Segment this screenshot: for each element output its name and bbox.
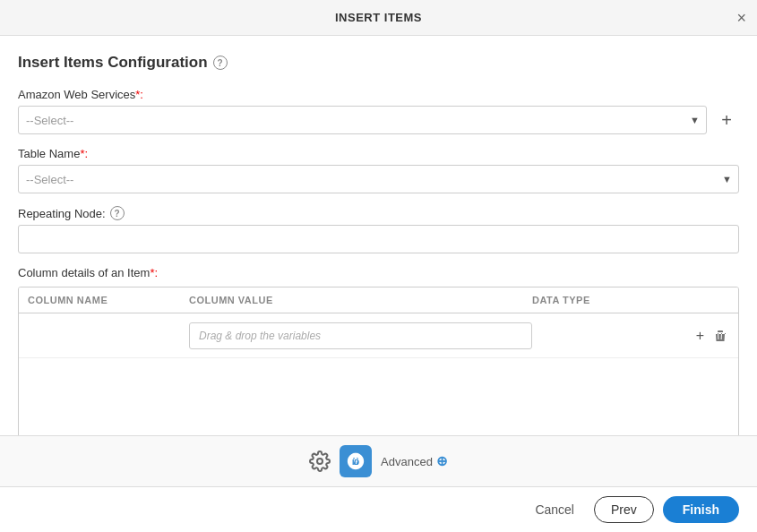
repeating-node-field-group: Repeating Node: ? — [18, 206, 739, 253]
prev-button[interactable]: Prev — [594, 496, 654, 523]
table-cell-actions: + — [675, 326, 729, 346]
table-name-select-container: --Select-- ▼ — [18, 165, 739, 193]
delete-row-button[interactable] — [711, 327, 729, 345]
table-name-select[interactable]: --Select-- — [18, 165, 739, 193]
aws-select-container: --Select-- ▼ — [18, 106, 707, 134]
section-title-container: Insert Items Configuration ? — [18, 54, 739, 72]
col-header-name: COLUMN NAME — [28, 295, 189, 305]
column-details-group: Column details of an Item*: COLUMN NAME … — [18, 266, 739, 435]
modal-toolbar: ID Advanced ⊕ — [0, 435, 757, 486]
finish-button[interactable]: Finish — [663, 496, 739, 523]
advanced-label: Advanced ⊕ — [381, 453, 448, 469]
aws-field-group: Amazon Web Services*: --Select-- ▼ + — [18, 88, 739, 134]
badge-icon: ID — [346, 451, 366, 471]
repeating-node-help-icon[interactable]: ? — [110, 206, 125, 220]
aws-select-wrapper: --Select-- ▼ + — [18, 106, 739, 134]
trash-icon — [713, 329, 727, 343]
modal-title: INSERT ITEMS — [335, 11, 422, 24]
items-table: COLUMN NAME COLUMN VALUE DATA TYPE Drag … — [18, 287, 739, 435]
aws-label: Amazon Web Services*: — [18, 88, 739, 101]
cancel-button[interactable]: Cancel — [524, 497, 585, 522]
col-header-actions — [675, 295, 729, 305]
aws-select[interactable]: --Select-- — [18, 106, 707, 134]
modal-footer: Cancel Prev Finish — [0, 486, 757, 532]
table-name-field-group: Table Name*: --Select-- ▼ — [18, 147, 739, 193]
repeating-node-input[interactable] — [18, 225, 739, 253]
col-header-value: COLUMN VALUE — [189, 295, 532, 305]
svg-text:ID: ID — [352, 459, 359, 467]
aws-add-button[interactable]: + — [714, 107, 739, 133]
table-cell-col-value: Drag & drop the variables — [189, 322, 532, 349]
advanced-plus-icon[interactable]: ⊕ — [436, 453, 448, 469]
section-title-text: Insert Items Configuration — [18, 54, 208, 72]
table-name-label: Table Name*: — [18, 147, 739, 160]
close-button[interactable]: × — [736, 10, 746, 26]
drag-drop-field[interactable]: Drag & drop the variables — [189, 322, 532, 349]
badge-button[interactable]: ID — [340, 445, 372, 477]
repeating-node-label: Repeating Node: ? — [18, 206, 739, 220]
gear-button[interactable] — [309, 450, 331, 472]
table-row: Drag & drop the variables + — [19, 313, 738, 358]
modal-container: INSERT ITEMS × ❮ App Data Insert Items C… — [0, 0, 757, 532]
col-header-datatype: DATA TYPE — [532, 295, 675, 305]
section-help-icon[interactable]: ? — [213, 56, 228, 70]
column-details-label: Column details of an Item*: — [18, 266, 739, 279]
modal-body: Insert Items Configuration ? Amazon Web … — [0, 36, 757, 435]
svg-point-0 — [317, 459, 323, 464]
table-header: COLUMN NAME COLUMN VALUE DATA TYPE — [19, 287, 738, 313]
gear-icon — [309, 450, 331, 472]
add-row-button[interactable]: + — [694, 326, 706, 346]
modal-header: INSERT ITEMS × — [0, 0, 757, 36]
table-empty-space — [19, 358, 738, 435]
